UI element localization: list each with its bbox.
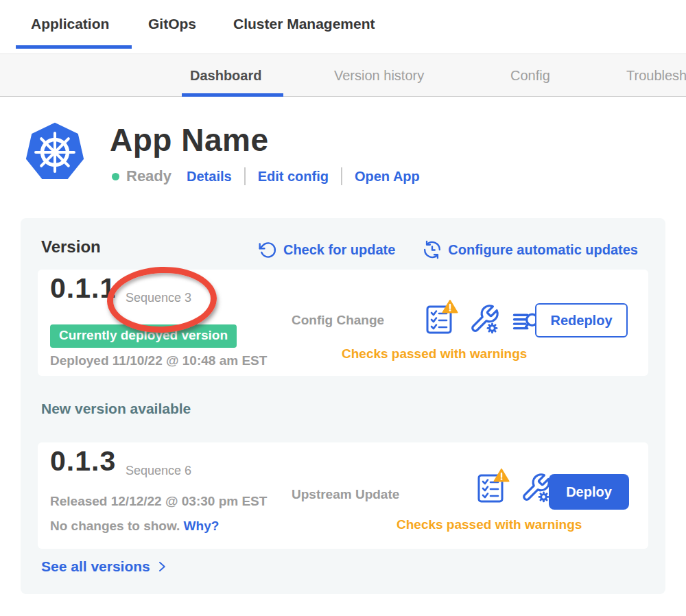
kubernetes-logo-icon [24, 119, 86, 185]
preflight-checks-button[interactable] [425, 300, 458, 335]
why-link[interactable]: Why? [184, 519, 220, 534]
refresh-icon [259, 241, 277, 259]
version-source-label: Upstream Update [292, 487, 399, 502]
deployed-version-row: 0.1.1 Sequence 3 Currently deployed vers… [38, 270, 648, 376]
check-for-update-link[interactable]: Check for update [259, 241, 395, 259]
currently-deployed-badge: Currently deployed version [50, 324, 237, 348]
preflight-checks-button[interactable] [477, 469, 510, 504]
version-action-icons [425, 300, 542, 335]
redeploy-button[interactable]: Redeploy [535, 303, 628, 337]
edit-config-link[interactable]: Edit config [258, 169, 329, 185]
preflight-checklist-warning-icon [477, 469, 510, 504]
preflight-checklist-warning-icon [425, 300, 458, 335]
sub-nav: Dashboard Version history Config Trouble… [0, 54, 686, 97]
tab-cluster-management[interactable]: Cluster Management [233, 16, 375, 32]
deployed-version-number: 0.1.1 [50, 272, 116, 305]
tab-config[interactable]: Config [510, 68, 550, 84]
configure-automatic-updates-link[interactable]: Configure automatic updates [423, 240, 638, 259]
divider [341, 167, 342, 185]
tab-version-history[interactable]: Version history [334, 68, 424, 84]
available-version-sequence: Sequence 6 [126, 464, 191, 478]
tab-gitops[interactable]: GitOps [148, 16, 196, 32]
edit-config-version-button[interactable] [520, 471, 552, 504]
configure-automatic-updates-label: Configure automatic updates [448, 242, 638, 258]
divider [244, 167, 246, 185]
edit-config-version-button[interactable] [469, 303, 500, 335]
chevron-right-icon [156, 560, 168, 573]
version-source-label: Config Change [292, 313, 384, 328]
active-subtab-underline [182, 93, 283, 97]
released-timestamp: Released 12/12/22 @ 03:30 pm EST [50, 494, 267, 509]
open-app-link[interactable]: Open App [355, 169, 420, 185]
tab-dashboard[interactable]: Dashboard [190, 68, 261, 84]
wrench-gear-icon [469, 303, 500, 335]
top-nav: Application GitOps Cluster Management [0, 0, 686, 54]
checks-status-text: Checks passed with warnings [342, 346, 527, 362]
version-section-title: Version [41, 237, 101, 257]
active-tab-underline [16, 45, 132, 49]
deployed-timestamp: Deployed 11/10/22 @ 10:48 am EST [50, 353, 267, 368]
version-action-icons [477, 469, 552, 504]
tab-application[interactable]: Application [31, 16, 109, 32]
check-for-update-label: Check for update [283, 242, 395, 258]
version-card: Version Check for update Configure autom… [21, 218, 665, 594]
schedule-update-icon [423, 240, 442, 259]
page-title: App Name [110, 121, 268, 158]
status-dot-icon [112, 173, 119, 180]
see-all-versions-link[interactable]: See all versions [41, 558, 168, 575]
deployed-version-sequence: Sequence 3 [126, 291, 191, 305]
no-changes-text: No changes to show. [50, 519, 180, 533]
changes-note: No changes to show. Why? [50, 519, 219, 534]
new-version-heading: New version available [41, 401, 191, 417]
deploy-button[interactable]: Deploy [549, 474, 629, 510]
wrench-gear-icon [520, 471, 552, 504]
see-all-versions-label: See all versions [41, 558, 150, 575]
status-badge: Ready [126, 167, 172, 185]
tab-troubleshoot[interactable]: Troubleshoot [626, 68, 686, 84]
available-version-number: 0.1.3 [50, 445, 116, 477]
app-status-row: Ready Details Edit config Open App [112, 166, 420, 187]
checks-status-text: Checks passed with warnings [397, 517, 582, 532]
admin-console-page: Application GitOps Cluster Management Da… [0, 0, 686, 616]
version-actions: Check for update Configure automatic upd… [259, 240, 638, 259]
details-link[interactable]: Details [187, 169, 232, 185]
available-version-row: 0.1.3 Sequence 6 Released 12/12/22 @ 03:… [38, 442, 648, 549]
